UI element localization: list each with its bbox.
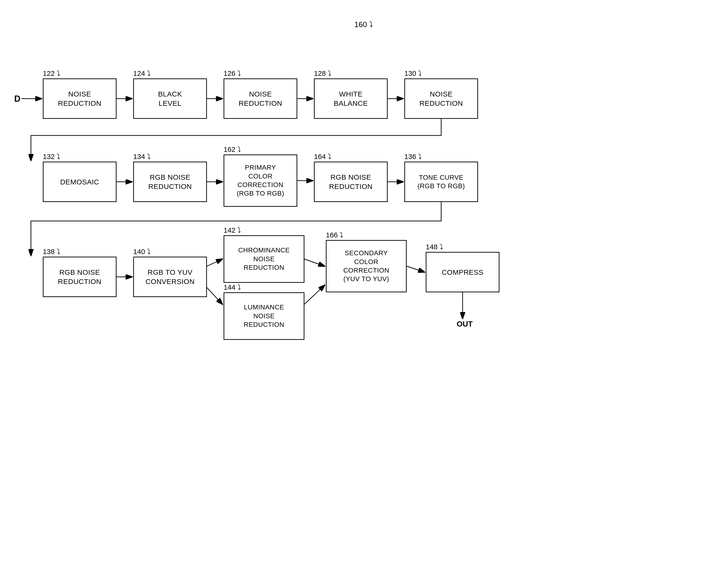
block-black-level: BLACKLEVEL [133, 78, 207, 119]
ref-124: 124 ⤵ [133, 69, 151, 78]
ref-148: 148 ⤵ [426, 243, 443, 251]
svg-line-14 [304, 259, 325, 266]
ref-162: 162 ⤵ [224, 146, 241, 154]
block-demosaic: DEMOSAIC [43, 162, 117, 202]
input-d-label: D [14, 94, 20, 104]
block-primary-color-correction: PRIMARYCOLORCORRECTION(RGB TO RGB) [224, 155, 297, 207]
block-noise-reduction-3: NOISEREDUCTION [404, 78, 478, 119]
block-chrominance-noise: CHROMINANCENOISEREDUCTION [224, 235, 304, 283]
ref-136: 136 ⤵ [404, 153, 422, 161]
ref-140: 140 ⤵ [133, 248, 151, 256]
block-rgb-noise-reduction-2: RGB NOISEREDUCTION [314, 162, 388, 202]
svg-line-12 [207, 259, 222, 266]
block-noise-reduction-1: NOISEREDUCTION [43, 78, 117, 119]
ref-122: 122 ⤵ [43, 69, 60, 78]
block-noise-reduction-2: NOISEREDUCTION [224, 78, 297, 119]
block-white-balance: WHITEBALANCE [314, 78, 388, 119]
svg-line-16 [407, 266, 425, 272]
ref-130: 130 ⤵ [404, 69, 422, 78]
svg-line-13 [207, 287, 222, 304]
block-luminance-noise: LUMINANCENOISEREDUCTION [224, 292, 304, 340]
diagram-container: D 160 ⤵ NOISEREDUCTION 122 ⤵ BLACKLEVEL … [0, 0, 728, 563]
block-rgb-to-yuv: RGB TO YUVCONVERSION [133, 257, 207, 297]
ref-134: 134 ⤵ [133, 153, 151, 161]
ref-144: 144 ⤵ [224, 283, 241, 291]
ref-138: 138 ⤵ [43, 248, 60, 256]
ref-126: 126 ⤵ [224, 69, 241, 78]
block-rgb-noise-reduction-1: RGB NOISEREDUCTION [133, 162, 207, 202]
block-secondary-color-correction: SECONDARYCOLORCORRECTION(YUV TO YUV) [326, 240, 407, 292]
ref-142: 142 ⤵ [224, 226, 241, 234]
ref-132: 132 ⤵ [43, 153, 60, 161]
block-rgb-noise-reduction-3: RGB NOISEREDUCTION [43, 257, 117, 297]
svg-line-15 [304, 285, 325, 304]
block-compress: COMPRESS [426, 252, 499, 292]
output-label: OUT [457, 319, 473, 328]
block-tone-curve: TONE CURVE(RGB TO RGB) [404, 162, 478, 202]
ref-164: 164 ⤵ [314, 153, 331, 161]
ref-166: 166 ⤵ [326, 231, 343, 239]
ref-160: 160 ⤵ [354, 20, 373, 29]
ref-128: 128 ⤵ [314, 69, 331, 78]
